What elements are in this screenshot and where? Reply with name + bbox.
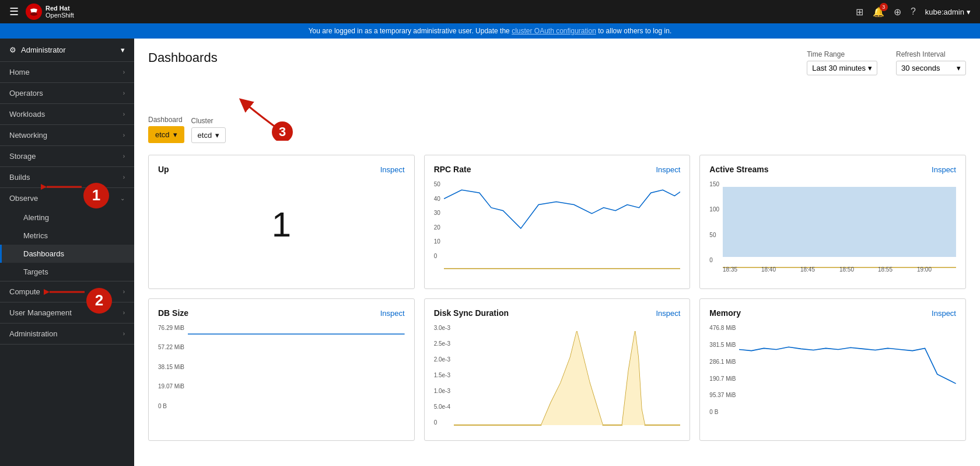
annotation-3-container: 3: [227, 94, 297, 143]
refresh-interval-label: Refresh Interval: [896, 50, 966, 58]
sidebar-section-operators: Operators ›: [0, 83, 134, 104]
dashboards-label: Dashboards: [23, 249, 64, 258]
rpc-y-50: 50: [434, 181, 440, 187]
builds-label: Builds: [9, 173, 30, 182]
sidebar-section-compute: Compute ›: [0, 281, 134, 302]
card-rpc-header: RPC Rate Inspect: [434, 165, 681, 174]
operators-arrow: ›: [123, 90, 125, 96]
streams-area-chart: 18:35 18:40 18:45 18:50 18:55 19:00: [723, 181, 956, 272]
disk-y-3: 3.0e-3: [434, 325, 450, 331]
dashboard-filter-select[interactable]: etcd ▾: [148, 126, 184, 143]
page-title: Dashboards: [148, 50, 218, 65]
card-memory-inspect[interactable]: Inspect: [932, 309, 956, 318]
sidebar: ⚙ Administrator ▾ Home › Operators ›: [0, 39, 134, 466]
refresh-interval-control: Refresh Interval 30 seconds ▾: [896, 50, 966, 75]
help-icon[interactable]: ?: [911, 6, 916, 17]
sidebar-item-storage[interactable]: Storage ›: [0, 146, 134, 166]
sidebar-section-builds: Builds ›: [0, 167, 134, 188]
grid-icon[interactable]: ⊞: [856, 6, 863, 18]
card-disk-header: Disk Sync Duration Inspect: [434, 308, 681, 318]
sidebar-item-alerting[interactable]: Alerting: [0, 208, 134, 227]
content-header: Dashboards Time Range Last 30 minutes ▾ …: [148, 50, 966, 75]
sidebar-section-administration: Administration ›: [0, 324, 134, 345]
memory-chart-area: [739, 325, 956, 420]
rpc-chart-container: 50 40 30 20 10 0 18:35: [434, 181, 681, 270]
sidebar-item-compute[interactable]: Compute ›: [0, 281, 134, 302]
svg-text:18:45: 18:45: [800, 266, 815, 272]
notification-count: 3: [880, 3, 888, 11]
refresh-interval-select[interactable]: 30 seconds ▾: [896, 61, 966, 75]
streams-y-50: 50: [709, 232, 719, 238]
compute-arrow: ›: [123, 288, 125, 295]
sidebar-item-builds[interactable]: Builds ›: [0, 167, 134, 187]
card-rpc-title: RPC Rate: [434, 165, 471, 174]
time-range-label: Time Range: [807, 50, 877, 58]
sidebar-item-user-management[interactable]: User Management ›: [0, 302, 134, 323]
card-streams-inspect[interactable]: Inspect: [932, 165, 956, 174]
home-arrow: ›: [123, 69, 125, 75]
db-y-19: 19.07 MiB: [158, 383, 184, 390]
disk-y-15: 1.5e-3: [434, 372, 450, 378]
logo-icon: [26, 4, 42, 20]
networking-label: Networking: [9, 131, 47, 140]
card-memory-title: Memory: [709, 308, 741, 318]
rpc-y-20: 20: [434, 224, 440, 231]
cluster-filter-value: etcd: [198, 131, 212, 140]
administration-label: Administration: [9, 329, 57, 338]
perspective-switcher[interactable]: ⚙ Administrator ▾: [0, 39, 134, 62]
card-disk-inspect[interactable]: Inspect: [656, 309, 680, 318]
sidebar-item-workloads[interactable]: Workloads ›: [0, 104, 134, 124]
top-nav-left: ☰ Red Hat OpenShift: [9, 4, 74, 20]
card-up-inspect[interactable]: Inspect: [380, 165, 405, 174]
add-icon[interactable]: ⊕: [894, 6, 901, 18]
sidebar-item-dashboards[interactable]: Dashboards: [0, 245, 134, 263]
db-y-76: 76.29 MiB: [158, 325, 184, 331]
hamburger-menu[interactable]: ☰: [9, 5, 19, 18]
card-rpc-inspect[interactable]: Inspect: [656, 165, 680, 174]
notification-bell[interactable]: 🔔 3: [873, 6, 884, 18]
user-management-label: User Management: [9, 308, 72, 317]
dashboard-grid: Up Inspect 1 RPC Rate Inspect 50 40 30: [148, 155, 966, 441]
dashboard-filter-group: Dashboard etcd ▾: [148, 116, 184, 143]
targets-label: Targets: [23, 267, 48, 276]
svg-text:3: 3: [279, 124, 286, 139]
svg-point-1: [30, 12, 37, 16]
sidebar-item-targets[interactable]: Targets: [0, 263, 134, 281]
disk-chart-container: 3.0e-3 2.5e-3 2.0e-3 1.5e-3 1.0e-3 5.0e-…: [434, 325, 681, 431]
perspective-dropdown-arrow: ▾: [121, 46, 125, 54]
workloads-label: Workloads: [9, 110, 45, 119]
sidebar-section-home: Home ›: [0, 62, 134, 83]
card-active-streams: Active Streams Inspect 150 100 50 0: [699, 155, 966, 289]
disk-y-labels: 3.0e-3 2.5e-3 2.0e-3 1.5e-3 1.0e-3 5.0e-…: [434, 325, 450, 431]
streams-y-0: 0: [709, 257, 719, 263]
streams-y-150: 150: [709, 181, 719, 187]
perspective-icon: ⚙: [9, 46, 16, 54]
storage-label: Storage: [9, 152, 36, 161]
user-menu[interactable]: kube:admin ▾: [925, 8, 971, 16]
oauth-config-link[interactable]: cluster OAuth configuration: [512, 27, 596, 35]
sidebar-item-metrics[interactable]: Metrics: [0, 227, 134, 245]
sidebar-item-home[interactable]: Home ›: [0, 62, 134, 82]
logo-text-line2: OpenShift: [46, 12, 74, 19]
sidebar-item-administration[interactable]: Administration ›: [0, 324, 134, 344]
db-line-chart: [188, 325, 405, 412]
time-range-select[interactable]: Last 30 minutes ▾: [807, 61, 877, 75]
card-db-size: DB Size Inspect 76.29 MiB 57.22 MiB 38.1…: [148, 298, 415, 441]
cluster-filter-select[interactable]: etcd ▾: [191, 127, 226, 143]
dashboard-filter-value: etcd: [155, 130, 170, 139]
card-streams-header: Active Streams Inspect: [709, 165, 956, 174]
info-banner-text: You are logged in as a temporary adminis…: [309, 27, 512, 35]
sidebar-item-networking[interactable]: Networking ›: [0, 125, 134, 145]
cluster-filter-label: Cluster: [191, 117, 226, 125]
administration-arrow: ›: [123, 331, 125, 337]
user-management-arrow: ›: [123, 309, 125, 316]
svg-text:18:50: 18:50: [839, 266, 854, 272]
sidebar-item-observe[interactable]: Observe ⌄: [0, 188, 134, 208]
up-value: 1: [158, 181, 405, 268]
card-db-inspect[interactable]: Inspect: [380, 309, 405, 318]
sidebar-item-operators[interactable]: Operators ›: [0, 83, 134, 103]
memory-y-476: 476.8 MiB: [709, 325, 736, 331]
networking-arrow: ›: [123, 132, 125, 138]
workloads-arrow: ›: [123, 111, 125, 117]
card-memory-header: Memory Inspect: [709, 308, 956, 318]
